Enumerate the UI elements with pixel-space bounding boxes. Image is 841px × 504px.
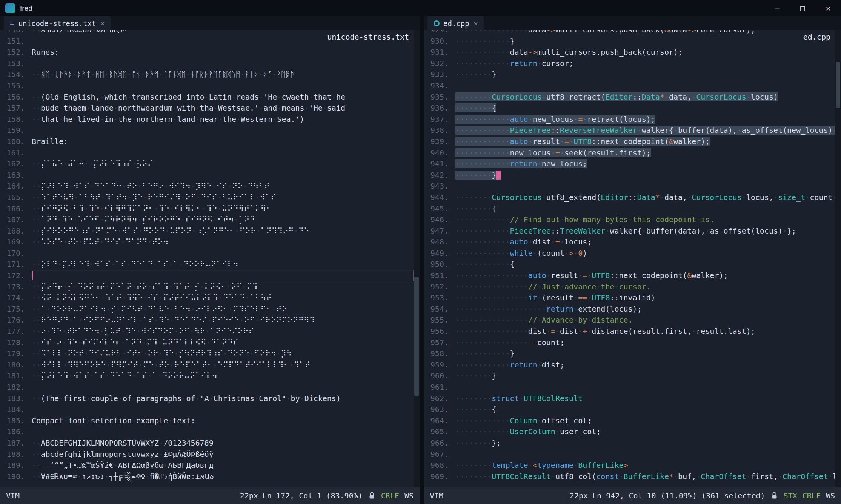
code-line[interactable]: 179.··⠩⠁⠇⠇·⠝⠕⠞·⠙⠊⠌⠥⠗⠃·⠊⠞⠂·⠕⠗·⠹⠑·⡊⠳⠝⠞⠗⠹⠰⠎… (0, 348, 414, 360)
code-line[interactable]: 163. (0, 170, 414, 181)
code-line[interactable]: 963.········{ (424, 404, 835, 415)
code-line[interactable]: 181.··⡍⠜⠇⠑⠹·⠺⠁⠎·⠁⠎·⠙⠑⠁⠙·⠁⠎·⠁·⠙⠕⠕⠗⠤⠝⠁⠊⠇⠲ (0, 370, 414, 382)
code-line[interactable]: 184. (0, 404, 414, 415)
code-line[interactable]: 966.········}; (424, 438, 835, 449)
tab-close-button[interactable]: ✕ (474, 19, 478, 27)
code-line[interactable]: 176.··⠗⠑⠛⠜⠙·⠁·⠊⠕⠋⠋⠔⠤⠝⠁⠊⠇·⠁⠎·⠹⠑·⠙⠑⠁⠙⠑⠌·⠏⠊… (0, 315, 414, 326)
code-line[interactable]: 183.··(The·first·couple·of·paragraphs·of… (0, 393, 414, 404)
code-line[interactable]: 154.··ᚻᛖ·ᚳᚹᚫᚦ·ᚦᚫᛏ·ᚻᛖ·ᛒᚢᛞᛖ·ᚩᚾ·ᚦᚫᛗ·ᛚᚪᚾᛞᛖ·ᚾ… (0, 69, 414, 80)
code-line[interactable]: 178.··⠊⠎·⠔·⠹⠑·⠎⠊⠍⠊⠇⠑⠆·⠁⠝⠙·⠍⠹·⠥⠝⠙⠁⠇⠇⠪⠫·⠙⠁… (0, 337, 414, 349)
code-line[interactable]: 936.········{ (424, 103, 835, 114)
code-line[interactable]: 186. (0, 426, 414, 438)
code-line[interactable]: 957.················--count; (424, 337, 835, 349)
code-line[interactable]: 934. (424, 80, 835, 92)
code-line[interactable]: 958.············} (424, 348, 835, 360)
code-line[interactable]: 170. (0, 248, 414, 259)
scrollbar-thumb[interactable] (836, 62, 840, 108)
code-line[interactable]: 948.············auto·dist·=·locus; (424, 237, 835, 248)
code-line[interactable]: 156.··(Old·English,·which·transcribed·in… (0, 92, 414, 103)
code-line[interactable]: 167.··⠁⠝⠙·⠹⠑·⠡⠊⠑⠋·⠍⠳⠗⠝⠻⠲·⡎⠊⠗⠕⠕⠛⠑·⠎⠊⠛⠝⠫·⠊… (0, 214, 414, 226)
code-line[interactable]: 954.····················return·extend(lo… (424, 304, 835, 315)
tab-close-button[interactable]: ✕ (101, 19, 105, 27)
code-line[interactable]: 166.··⠎⠊⠛⠝⠫·⠃⠹·⠹⠑·⠊⠇⠻⠛⠹⠍⠁⠝⠂·⠹⠑·⠊⠇⠻⠅⠂·⠹⠑·… (0, 203, 414, 215)
code-line[interactable]: 962.········struct·UTF8ColResult (424, 393, 835, 404)
code-line[interactable]: 950.············{ (424, 259, 835, 270)
code-line[interactable]: 171.··⡕⠇⠙·⡍⠜⠇⠑⠹·⠺⠁⠎·⠁⠎·⠙⠑⠁⠙·⠁⠎·⠁·⠙⠕⠕⠗⠤⠝⠁… (0, 259, 414, 270)
code-line[interactable]: 965.············UserColumn·user_col; (424, 426, 835, 438)
code-line[interactable]: 168.··⡎⠊⠗⠕⠕⠛⠑⠰⠎·⠝⠁⠍⠑·⠺⠁⠎·⠛⠕⠕⠙·⠥⠏⠕⠝·⠰⡡⠁⠝⠛… (0, 226, 414, 237)
code-line[interactable]: 175.··⠁·⠙⠕⠕⠗⠤⠝⠁⠊⠇⠲·⡊·⠍⠊⠣⠞·⠙⠁⠧⠑·⠃⠑⠲·⠔⠊⠇⠔⠫… (0, 304, 414, 315)
code-line[interactable]: 165.··⠱⠁⠞⠑⠧⠻·⠁⠃⠳⠞·⠹⠁⠞⠲·⡹⠑·⠗⠑⠛⠊⠌⠻·⠕⠋·⠙⠊⠎·… (0, 192, 414, 203)
code-line[interactable]: 157.··bude·thaem·lande·northweardum·with… (0, 103, 414, 114)
code-line[interactable]: 187.··ABCDEFGHIJKLMNOPQRSTUVWXYZ·/012345… (0, 438, 414, 449)
code-line[interactable]: 155. (0, 80, 414, 92)
code-line[interactable]: 941.············return·new_locus; (424, 158, 835, 170)
code-line[interactable]: 953.················if·(result·==·UTF8::… (424, 292, 835, 304)
code-line[interactable]: 151. (0, 36, 414, 47)
code-line[interactable]: 162.··⡌⠁⠧⠑·⠼⠁⠒··⡍⠜⠇⠑⠹⠰⠎·⡣⠕⠌ (0, 158, 414, 170)
code-line[interactable]: 938.············PieceTree::ReverseTreeWa… (424, 125, 835, 136)
code-line[interactable]: 959.············return·dist; (424, 360, 835, 371)
code-line[interactable]: 931.············data->multi_cursors.push… (424, 47, 835, 58)
code-line[interactable]: 935.········CursorLocus·utf8_retract(Edi… (424, 92, 835, 103)
editor-left[interactable]: 150.··እግርህን·በፍራሽህ·ልክ·ዘርጋ።151.152.Runes:1… (0, 30, 420, 487)
code-line[interactable]: 177.··⠔·⠹⠑·⠞⠗⠁⠙⠑⠲·⡃⠥⠞·⠹⠑·⠺⠊⠎⠙⠕⠍·⠕⠋·⠳⠗·⠁⠝… (0, 326, 414, 337)
code-line[interactable]: 189.··–—‘“”„†•…‰™œŠŸž€·ΑΒΓΔΩαβγδω·АБВГДа… (0, 460, 414, 471)
code-line[interactable]: 150.··እግርህን·በፍራሽህ·ልክ·ዘርጋ። (0, 30, 414, 36)
maximize-button[interactable]: □ (790, 0, 815, 16)
code-line[interactable]: 930.············} (424, 36, 835, 47)
scrollbar-thumb[interactable] (414, 277, 419, 396)
code-line[interactable]: 158.··that·he·lived·in·the·northern·land… (0, 114, 414, 125)
code-line[interactable]: 967. (424, 449, 835, 460)
code-line[interactable]: 182. (0, 382, 414, 393)
code-line[interactable]: 955.················//·Advance·by·distan… (424, 315, 835, 326)
code-line[interactable]: 159. (0, 125, 414, 136)
whitespace-dots: · (118, 394, 123, 403)
code-line[interactable]: 188.··abcdefghijklmnopqrstuvwxyz·£©µÀÆÖÞ… (0, 449, 414, 460)
code-line[interactable]: 185.Compact·font·selection·example·text: (0, 415, 414, 427)
whitespace-dots: · (154, 315, 158, 324)
editor-right[interactable]: 929.················data->multi_cursors.… (424, 30, 841, 487)
whitespace-dots: · (157, 338, 162, 347)
code-line[interactable]: 152.Runes: (0, 47, 414, 58)
code-line[interactable]: 947.············PieceTree::TreeWalker·wa… (424, 226, 835, 237)
minimize-button[interactable]: — (764, 0, 790, 16)
scrollbar-left[interactable] (414, 30, 420, 487)
code-line[interactable]: 153. (0, 58, 414, 69)
code-line[interactable]: 944.········CursorLocus·utf8_extend(Edit… (424, 192, 835, 203)
code-line[interactable]: 180.··⠺⠊⠇⠇·⠹⠻⠑⠋⠕⠗⠑·⠏⠻⠍⠊⠞·⠍⠑·⠞⠕·⠗⠑⠏⠑⠁⠞⠂·⠑… (0, 360, 414, 371)
tab-unicode-stress[interactable]: ≡ unicode-stress.txt ✕ (4, 16, 111, 30)
code-line[interactable]: 961. (424, 382, 835, 393)
code-line[interactable]: 172. (0, 270, 414, 281)
code-line[interactable]: 937.············auto·new_locus·=·retract… (424, 114, 835, 125)
code-line[interactable]: 968.········template·<typename·BufferLik… (424, 460, 835, 471)
whitespace-dots: · (59, 103, 63, 112)
tab-ed-cpp[interactable]: ed.cpp ✕ (427, 16, 484, 30)
code-line[interactable]: 940.············new_locus·=·seek(result.… (424, 148, 835, 159)
code-line[interactable]: 932.············return·cursor; (424, 58, 835, 69)
code-line[interactable]: 951.················auto·result·=·UTF8::… (424, 270, 835, 281)
code-line[interactable]: 946.············//·Find·out·how·many·byt… (424, 214, 835, 226)
code-line[interactable]: 164.··⡍⠜⠇⠑⠹·⠺⠁⠎·⠙⠑⠁⠙⠒·⠞⠕·⠃⠑⠛⠔·⠺⠊⠹⠲·⡹⠻⠑·⠊… (0, 181, 414, 192)
code-line[interactable]: 933.········} (424, 69, 835, 80)
code-line[interactable]: 160.Braille: (0, 136, 414, 148)
code-line[interactable]: 173.··⡍⠔⠙⠖·⡊·⠙⠕⠝⠰⠞·⠍⠑⠁⠝·⠞⠕·⠎⠁⠹·⠹⠁⠞·⡊·⠅⠝⠪… (0, 281, 414, 293)
pane-divider[interactable] (420, 16, 424, 504)
code-line[interactable]: 964.············Column·offset_col; (424, 415, 835, 427)
code-line[interactable]: 942.········} (424, 170, 835, 181)
code-line[interactable]: 969.········UTF8ColResult·utf8_col(const… (424, 471, 835, 482)
code-line[interactable]: 161. (0, 148, 414, 159)
code-line[interactable]: 939.············auto·result·=·UTF8::next… (424, 136, 835, 148)
close-button[interactable]: ✕ (815, 0, 841, 16)
code-line[interactable]: 956.················dist·=·dist·+·distan… (424, 326, 835, 337)
code-line[interactable]: 949.············while·(count·>·0) (424, 248, 835, 259)
scrollbar-right[interactable] (835, 30, 841, 487)
code-line[interactable]: 169.··⠡⠕⠎⠑·⠞⠕·⠏⠥⠞·⠙⠊⠎·⠙⠁⠝⠙·⠞⠕⠲ (0, 237, 414, 248)
code-line[interactable]: 174.··⠪⠝·⠅⠝⠪⠇⠫⠛⠑⠂·⠱⠁⠞·⠹⠻⠑·⠊⠎·⠏⠜⠞⠊⠊⠥⠇⠜⠇⠹·… (0, 292, 414, 304)
code-line[interactable]: 945.········{ (424, 203, 835, 215)
code-line[interactable]: 960.········} (424, 370, 835, 382)
code-line[interactable]: 943. (424, 181, 835, 192)
code-line[interactable]: 929.················data->multi_cursors.… (424, 30, 835, 36)
code-line[interactable]: 952.················//·Just·advance·the·… (424, 281, 835, 293)
code-line[interactable]: 190.··∀∂∈ℝ∧∪≡∞·↑↗↨↻⇣·┐┼╔╘░►☺♀·ﬁ�⑀₂ἠḂӥẄɐː… (0, 471, 414, 482)
